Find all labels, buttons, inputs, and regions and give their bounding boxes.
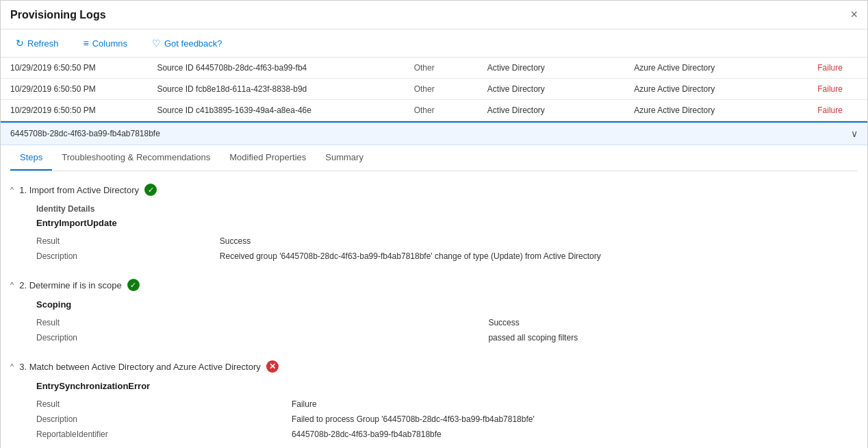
close-button[interactable]: × [850,8,858,22]
step-section: ^ 3. Match between Active Directory and … [10,355,858,442]
other-type: Other [405,79,478,100]
detail-table: Result Success Description passed all sc… [36,315,858,345]
detail-panel: Steps Troubleshooting & Recommendations … [1,145,867,448]
field-label: ReportableIdentifier [36,427,292,442]
field-value: Success [220,234,858,249]
window-title: Provisioning Logs [10,9,106,21]
step-detail: Identity Details EntryImportUpdate Resul… [27,199,858,264]
columns-button[interactable]: ≡ Columns [78,35,133,51]
selected-row-bar[interactable]: 6445708b-28dc-4f63-ba99-fb4ab7818bfe ∨ [1,121,867,145]
step-section: ^ 2. Determine if is in scope ✓ Scoping … [10,273,858,345]
detail-row: Result Success [36,234,858,249]
detail-row: ReportableIdentifier 6445708b-28dc-4f63-… [36,427,858,442]
table-row[interactable]: 10/29/2019 6:50:50 PM Source ID c41b3895… [1,100,867,121]
step-header[interactable]: ^ 3. Match between Active Directory and … [10,355,858,375]
step-header[interactable]: ^ 2. Determine if is in scope ✓ [10,273,858,294]
chevron-up-icon[interactable]: ^ [10,362,14,371]
feedback-label: Got feedback? [164,38,222,49]
columns-icon: ≡ [84,38,89,49]
subsection-title: Scoping [36,299,858,310]
table-row[interactable]: 10/29/2019 6:50:50 PM Source ID 6445708b… [1,58,867,79]
field-label: Result [36,315,488,330]
field-value: Failure [292,397,858,412]
detail-row: Description Failed to process Group '644… [36,412,858,427]
step-header[interactable]: ^ 1. Import from Active Directory ✓ [10,178,858,199]
step-error-icon: ✕ [266,360,279,373]
detail-table: Result Success Description Received grou… [36,234,858,264]
step-title: 3. Match between Active Directory and Az… [19,362,261,372]
step-success-icon: ✓ [144,184,157,196]
subsection-title: EntryImportUpdate [36,218,858,228]
title-bar: Provisioning Logs × [1,1,867,29]
status: Failure [808,79,867,100]
tab-summary[interactable]: Summary [316,145,373,171]
source-id: Source ID fcb8e18d-611a-423f-8838-b9d [147,79,404,100]
chevron-up-icon[interactable]: ^ [10,281,14,289]
step-title: 2. Determine if is in scope [19,280,122,290]
tab-steps[interactable]: Steps [10,145,52,171]
status: Failure [808,100,867,121]
field-value: Received group '6445708b-28dc-4f63-ba99-… [220,249,858,264]
subsection-title: EntrySynchronizationError [36,381,858,391]
timestamp: 10/29/2019 6:50:50 PM [1,100,147,121]
chevron-down-icon: ∨ [851,128,858,139]
columns-label: Columns [92,38,127,49]
selected-id: 6445708b-28dc-4f63-ba99-fb4ab7818bfe [10,129,160,138]
step-detail: Scoping Result Success Description passe… [27,294,858,345]
source-id: Source ID c41b3895-1639-49a4-a8ea-46e [147,100,404,121]
status: Failure [808,58,867,79]
refresh-label: Refresh [27,38,59,49]
source-id: Source ID 6445708b-28dc-4f63-ba99-fb4 [147,58,404,79]
detail-row: Description passed all scoping filters [36,330,858,345]
field-label: Description [36,330,488,345]
log-table: 10/29/2019 6:50:50 PM Source ID 6445708b… [1,58,867,121]
tabs-bar: Steps Troubleshooting & Recommendations … [10,145,858,171]
field-label: Result [36,397,292,412]
timestamp: 10/29/2019 6:50:50 PM [1,58,147,79]
step-success-icon: ✓ [127,279,140,291]
source: Active Directory [478,79,624,100]
field-label: Result [36,234,220,249]
tab-modified-properties[interactable]: Modified Properties [220,145,316,171]
source: Active Directory [478,100,624,121]
target: Azure Active Directory [624,100,808,121]
target: Azure Active Directory [624,79,808,100]
other-type: Other [405,100,478,121]
field-value: Success [488,315,858,330]
tab-troubleshooting[interactable]: Troubleshooting & Recommendations [52,145,220,171]
chevron-up-icon[interactable]: ^ [10,186,14,194]
table-row[interactable]: 10/29/2019 6:50:50 PM Source ID fcb8e18d… [1,79,867,100]
step-section: ^ 1. Import from Active Directory ✓ Iden… [10,178,858,264]
feedback-button[interactable]: ♡ Got feedback? [146,35,228,51]
refresh-icon: ↻ [16,38,24,49]
detail-table: Result Failure Description Failed to pro… [36,397,858,442]
source: Active Directory [478,58,624,79]
field-value: 6445708b-28dc-4f63-ba99-fb4ab7818bfe [292,427,858,442]
step-detail: EntrySynchronizationError Result Failure… [27,375,858,442]
heart-icon: ♡ [152,38,161,49]
provisioning-logs-window: Provisioning Logs × ↻ Refresh ≡ Columns … [0,0,868,448]
step-title: 1. Import from Active Directory [19,185,139,195]
field-label: Description [36,412,292,427]
section-label: Identity Details [36,204,858,214]
other-type: Other [405,58,478,79]
detail-row: Result Success [36,315,858,330]
timestamp: 10/29/2019 6:50:50 PM [1,79,147,100]
toolbar: ↻ Refresh ≡ Columns ♡ Got feedback? [1,29,867,58]
steps-content: ^ 1. Import from Active Directory ✓ Iden… [10,171,858,448]
refresh-button[interactable]: ↻ Refresh [10,35,64,51]
detail-row: Result Failure [36,397,858,412]
field-value: passed all scoping filters [488,330,858,345]
field-label: Description [36,249,220,264]
target: Azure Active Directory [624,58,808,79]
field-value: Failed to process Group '6445708b-28dc-4… [292,412,858,427]
detail-row: Description Received group '6445708b-28d… [36,249,858,264]
